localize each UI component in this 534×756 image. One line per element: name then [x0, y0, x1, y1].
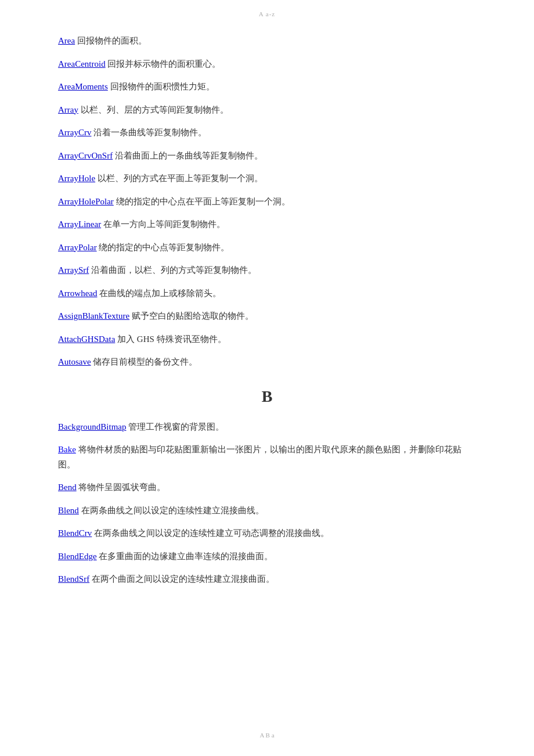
- entry-desc: 以栏、列的方式在平面上等距复制一个洞。: [95, 174, 263, 183]
- entry-link[interactable]: BlendEdge: [58, 552, 97, 561]
- entry-desc: 回报物件的面积。: [75, 36, 147, 45]
- entry-desc: 回报并标示物件的面积重心。: [106, 59, 221, 69]
- entry-desc: 回报物件的面积惯性力矩。: [108, 82, 215, 91]
- entry-desc: 沿着曲面，以栏、列的方式等距复制物件。: [89, 265, 257, 275]
- entries-a-section: Area 回报物件的面积。AreaCentroid 回报并标示物件的面积重心。A…: [58, 34, 476, 370]
- page-footer: A B a: [0, 726, 534, 744]
- list-item: ArrayCrv 沿着一条曲线等距复制物件。: [58, 125, 476, 141]
- list-item: AssignBlankTexture 赋予空白的贴图给选取的物件。: [58, 309, 476, 324]
- entry-link[interactable]: Array: [58, 105, 78, 114]
- entries-b-section: BackgroundBitmap 管理工作视窗的背景图。Bake 将物件材质的贴…: [58, 420, 476, 587]
- list-item: Bake 将物件材质的贴图与印花贴图重新输出一张图片，以输出的图片取代原来的颜色…: [58, 442, 476, 472]
- list-item: Blend 在两条曲线之间以设定的连续性建立混接曲线。: [58, 503, 476, 519]
- list-item: Arrowhead 在曲线的端点加上或移除箭头。: [58, 286, 476, 301]
- list-item: ArrayHole 以栏、列的方式在平面上等距复制一个洞。: [58, 171, 476, 186]
- entry-link[interactable]: AreaCentroid: [58, 59, 106, 69]
- list-item: Array 以栏、列、层的方式等间距复制物件。: [58, 103, 476, 118]
- list-item: ArraySrf 沿着曲面，以栏、列的方式等距复制物件。: [58, 263, 476, 278]
- list-item: ArrayPolar 绕的指定的中心点等距复制物件。: [58, 240, 476, 255]
- entry-desc: 以栏、列、层的方式等间距复制物件。: [78, 105, 229, 114]
- entry-link[interactable]: AttachGHSData: [58, 334, 115, 344]
- entry-desc: 在单一方向上等间距复制物件。: [101, 219, 225, 229]
- entry-link[interactable]: Area: [58, 36, 75, 45]
- list-item: AttachGHSData 加入 GHS 特殊资讯至物件。: [58, 332, 476, 347]
- entry-link[interactable]: Bend: [58, 483, 77, 492]
- entry-desc: 沿着曲面上的一条曲线等距复制物件。: [113, 151, 263, 160]
- section-b-heading: B: [58, 387, 476, 406]
- entry-desc: 储存目前模型的备份文件。: [91, 357, 198, 366]
- list-item: ArrayLinear 在单一方向上等间距复制物件。: [58, 217, 476, 232]
- list-item: Area 回报物件的面积。: [58, 34, 476, 49]
- entry-link[interactable]: BackgroundBitmap: [58, 422, 126, 431]
- list-item: BlendEdge 在多重曲面的边缘建立曲率连续的混接曲面。: [58, 549, 476, 564]
- list-item: AreaMoments 回报物件的面积惯性力矩。: [58, 80, 476, 95]
- entry-link[interactable]: ArrayLinear: [58, 219, 101, 229]
- list-item: ArrayCrvOnSrf 沿着曲面上的一条曲线等距复制物件。: [58, 149, 476, 164]
- entry-link[interactable]: Bake: [58, 445, 76, 454]
- entry-desc: 将物件呈圆弧状弯曲。: [77, 483, 166, 492]
- list-item: Bend 将物件呈圆弧状弯曲。: [58, 480, 476, 495]
- entry-link[interactable]: Autosave: [58, 357, 91, 366]
- list-item: BlendSrf 在两个曲面之间以设定的连续性建立混接曲面。: [58, 572, 476, 587]
- entry-desc: 管理工作视窗的背景图。: [126, 422, 224, 431]
- entry-link[interactable]: ArrayHole: [58, 174, 95, 183]
- entry-desc: 在曲线的端点加上或移除箭头。: [97, 289, 221, 298]
- main-content: Area 回报物件的面积。AreaCentroid 回报并标示物件的面积重心。A…: [0, 22, 534, 618]
- page-header: A a-z: [0, 0, 534, 22]
- entry-link[interactable]: ArrayHolePolar: [58, 197, 114, 206]
- list-item: ArrayHolePolar 绕的指定的中心点在平面上等距复制一个洞。: [58, 195, 476, 210]
- entry-link[interactable]: AreaMoments: [58, 82, 108, 91]
- entry-link[interactable]: BlendCrv: [58, 528, 92, 538]
- entry-link[interactable]: BlendSrf: [58, 574, 89, 584]
- entry-desc: 在多重曲面的边缘建立曲率连续的混接曲面。: [97, 552, 273, 561]
- entry-link[interactable]: Blend: [58, 506, 79, 515]
- list-item: BackgroundBitmap 管理工作视窗的背景图。: [58, 420, 476, 435]
- entry-desc: 在两个曲面之间以设定的连续性建立混接曲面。: [89, 574, 275, 584]
- list-item: BlendCrv 在两条曲线之间以设定的连续性建立可动态调整的混接曲线。: [58, 526, 476, 541]
- entry-desc: 将物件材质的贴图与印花贴图重新输出一张图片，以输出的图片取代原来的颜色贴图，并删…: [58, 445, 461, 469]
- entry-link[interactable]: ArrayPolar: [58, 243, 97, 252]
- entry-desc: 在两条曲线之间以设定的连续性建立可动态调整的混接曲线。: [92, 528, 329, 538]
- entry-link[interactable]: ArrayCrvOnSrf: [58, 151, 113, 160]
- list-item: AreaCentroid 回报并标示物件的面积重心。: [58, 57, 476, 72]
- entry-link[interactable]: Arrowhead: [58, 289, 97, 298]
- header-text: A a-z: [259, 10, 276, 17]
- entry-desc: 在两条曲线之间以设定的连续性建立混接曲线。: [79, 506, 264, 515]
- entry-desc: 沿着一条曲线等距复制物件。: [91, 128, 207, 137]
- list-item: Autosave 储存目前模型的备份文件。: [58, 355, 476, 370]
- entry-desc: 绕的指定的中心点等距复制物件。: [97, 243, 230, 252]
- entry-desc: 赋予空白的贴图给选取的物件。: [129, 311, 254, 321]
- entry-desc: 绕的指定的中心点在平面上等距复制一个洞。: [114, 197, 290, 206]
- footer-text: A B a: [259, 732, 274, 739]
- entry-link[interactable]: ArraySrf: [58, 265, 89, 275]
- entry-link[interactable]: AssignBlankTexture: [58, 311, 129, 321]
- entry-desc: 加入 GHS 特殊资讯至物件。: [115, 334, 226, 344]
- entry-link[interactable]: ArrayCrv: [58, 128, 91, 137]
